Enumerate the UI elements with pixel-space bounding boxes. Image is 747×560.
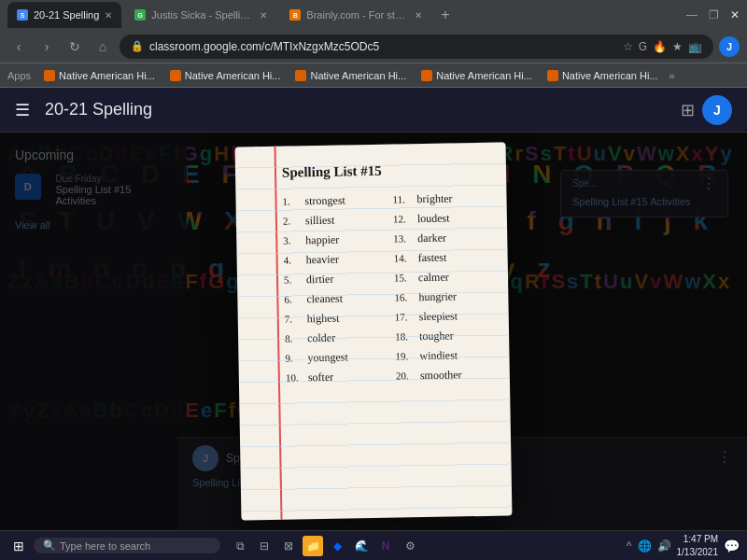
bookmark-icon[interactable]: ☆ (623, 40, 633, 53)
spelling-word-18: 18.tougher (395, 326, 486, 347)
extension-icon-4[interactable]: 📺 (688, 40, 702, 53)
tab-brainly[interactable]: B Brainly.com - For students. By st... ✕ (280, 2, 431, 28)
reload-button[interactable]: ↻ (63, 39, 86, 54)
spelling-word-13: 13.darker (393, 228, 485, 249)
bookmark-item-1[interactable]: Native American Hi... (38, 68, 161, 83)
spelling-left-items: 1.strongest2.silliest3.happier4.heavier5… (282, 190, 377, 388)
spelling-word-list: 1.strongest2.silliest3.happier4.heavier5… (282, 189, 487, 388)
extension-icon-2[interactable]: 🔥 (653, 40, 667, 53)
tab-spelling[interactable]: S 20-21 Spelling ✕ (7, 2, 121, 28)
bookmark-label-5: Native American Hi... (562, 70, 658, 81)
spelling-word-9: 9.youngest (285, 347, 376, 369)
spelling-word-1: 1.strongest (282, 190, 374, 212)
spelling-word-7: 7.highest (285, 308, 376, 329)
tray-chevron-icon[interactable]: ^ (627, 539, 632, 553)
bookmark-favicon-2 (170, 70, 181, 81)
tab-label-1: 20-21 Spelling (34, 9, 99, 21)
spelling-word-17: 17.sleepiest (395, 306, 486, 328)
hamburger-menu-icon[interactable]: ☰ (15, 100, 30, 120)
bookmark-item-4[interactable]: Native American Hi... (416, 68, 538, 83)
taskbar-app-snap[interactable]: ⊟ (254, 536, 275, 556)
minimize-button[interactable]: — (686, 8, 698, 21)
taskbar-app-onenote[interactable]: N (375, 536, 396, 556)
spelling-column-left: 1.strongest2.silliest3.happier4.heavier5… (282, 190, 377, 388)
clock-date: 1/13/2021 (677, 547, 719, 557)
taskbar-app-edge[interactable]: 🌊 (351, 536, 372, 556)
system-clock: 1:47 PM 1/13/2021 (677, 533, 719, 559)
tab-favicon-3: B (289, 9, 301, 21)
spelling-word-15: 15.calmer (394, 267, 486, 288)
spelling-word-12: 12.loudest (393, 208, 485, 230)
taskbar-app-bar[interactable]: ⊠ (278, 536, 299, 556)
classroom-header-icons: ⊞ J (681, 95, 732, 125)
spelling-column-right: 11.brighter12.loudest13.darker14.fastest… (392, 189, 487, 386)
tab-abc-order[interactable]: G Justis Sicka - Spelling ABC Orde... ✕ (125, 2, 276, 28)
spelling-list-notebook: Spelling List #15 1.strongest2.silliest3… (235, 142, 513, 520)
bookmark-label-3: Native American Hi... (310, 70, 406, 81)
bookmark-item-2[interactable]: Native American Hi... (164, 68, 287, 83)
bookmark-favicon-5 (547, 70, 558, 81)
taskbar-system-tray: ^ 🌐 🔊 1:47 PM 1/13/2021 💬 (627, 533, 740, 559)
back-button[interactable]: ‹ (7, 39, 30, 54)
taskbar-search-icon: 🔍 (43, 539, 56, 552)
bookmarks-bar: Apps Native American Hi... Native Americ… (0, 63, 747, 88)
taskbar-app-dropbox[interactable]: ◆ (327, 536, 347, 556)
new-tab-button[interactable]: + (435, 7, 455, 23)
bookmark-favicon-1 (44, 70, 55, 81)
spelling-word-19: 19.windiest (395, 345, 486, 367)
classroom-header: ☰ 20-21 Spelling ⊞ J (0, 88, 747, 133)
tab-close-3[interactable]: ✕ (415, 10, 422, 21)
url-text: classroom.google.com/c/MTIxNzgxMzc5ODc5 (149, 40, 617, 53)
tab-favicon-2: G (134, 9, 146, 21)
bookmarks-more-icon[interactable]: » (669, 70, 675, 81)
spelling-right-items: 11.brighter12.loudest13.darker14.fastest… (392, 189, 487, 386)
start-button[interactable]: ⊞ (7, 539, 30, 553)
tab-label-2: Justis Sicka - Spelling ABC Orde... (151, 9, 254, 21)
tab-label-3: Brainly.com - For students. By st... (306, 9, 409, 21)
spelling-word-20: 20.smoother (396, 365, 487, 386)
tray-volume-icon[interactable]: 🔊 (657, 539, 671, 553)
extension-icon-3[interactable]: ★ (672, 40, 683, 53)
apps-grid-icon[interactable]: ⊞ (681, 100, 695, 120)
classroom-main: const letters = 'AaBbCcDdEeFfGgHhIiJjKkL… (0, 133, 747, 530)
spelling-word-8: 8.colder (285, 328, 376, 349)
extension-icon-1[interactable]: G (639, 40, 647, 53)
bookmark-favicon-4 (421, 70, 432, 81)
tab-favicon-1: S (17, 9, 28, 21)
tab-close-2[interactable]: ✕ (260, 10, 267, 21)
bookmark-item-5[interactable]: Native American Hi... (542, 68, 664, 83)
classroom-user-avatar[interactable]: J (702, 95, 732, 125)
tab-close-1[interactable]: ✕ (105, 10, 112, 21)
spelling-word-4: 4.heavier (283, 249, 374, 271)
spelling-word-10: 10.softer (286, 367, 377, 388)
address-field[interactable]: 🔒 classroom.google.com/c/MTIxNzgxMzc5ODc… (120, 35, 713, 59)
address-action-icons: ☆ G 🔥 ★ 📺 (623, 40, 702, 53)
window-controls: — ❐ ✕ (686, 8, 740, 21)
close-button[interactable]: ✕ (730, 8, 740, 21)
taskbar-app-files[interactable]: 📁 (303, 536, 323, 556)
bookmark-item-3[interactable]: Native American Hi... (289, 68, 412, 83)
tray-network-icon[interactable]: 🌐 (638, 539, 652, 553)
page-content: ☰ 20-21 Spelling ⊞ J const letters = 'Aa… (0, 88, 747, 530)
classroom-title: 20-21 Spelling (45, 100, 666, 119)
bookmark-label-4: Native American Hi... (436, 70, 532, 81)
home-button[interactable]: ⌂ (92, 39, 114, 54)
taskbar-pinned-apps: ⧉ ⊟ ⊠ 📁 ◆ 🌊 N ⚙ (230, 536, 420, 556)
forward-button[interactable]: › (35, 39, 58, 54)
spelling-word-5: 5.dirtier (284, 269, 375, 290)
profile-avatar[interactable]: J (719, 36, 740, 57)
taskbar-search-text: Type here to search (60, 540, 150, 552)
classroom-avatar-letter: J (713, 103, 721, 118)
apps-label: Apps (7, 70, 31, 81)
bookmark-favicon-3 (295, 70, 306, 81)
taskbar-search-box[interactable]: 🔍 Type here to search (34, 538, 220, 553)
bookmark-label-1: Native American Hi... (59, 70, 155, 81)
spelling-word-6: 6.cleanest (284, 288, 375, 310)
spelling-word-14: 14.fastest (393, 247, 485, 269)
notebook-title: Spelling List #15 (282, 161, 484, 181)
restore-button[interactable]: ❐ (709, 8, 719, 21)
notification-icon[interactable]: 💬 (724, 539, 740, 553)
taskbar-app-settings[interactable]: ⚙ (400, 536, 420, 556)
bookmark-label-2: Native American Hi... (185, 70, 281, 81)
taskbar-app-task-view[interactable]: ⧉ (230, 536, 250, 556)
